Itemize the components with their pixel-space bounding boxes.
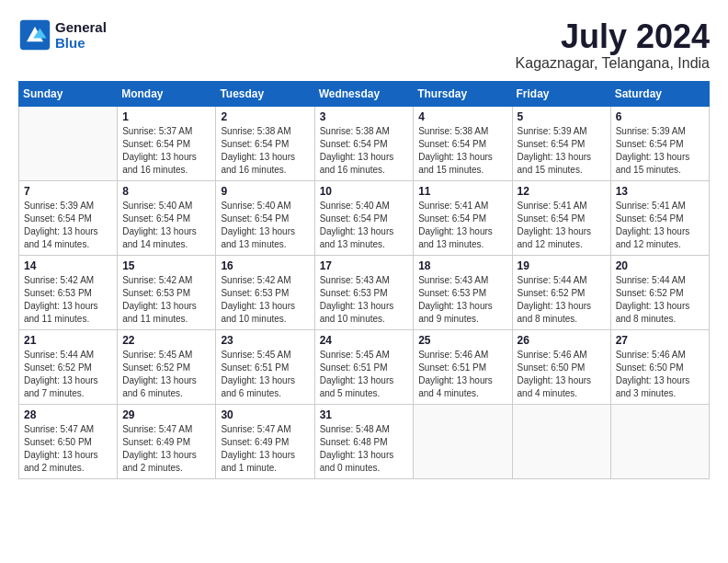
day-info: Sunrise: 5:43 AM Sunset: 6:53 PM Dayligh… [320, 274, 409, 326]
calendar-cell: 12 Sunrise: 5:41 AM Sunset: 6:54 PM Dayl… [512, 180, 610, 255]
header-sunday: Sunday [19, 81, 118, 106]
title-block: July 2024 Kagaznagar, Telangana, India [516, 18, 710, 72]
calendar-cell: 30 Sunrise: 5:47 AM Sunset: 6:49 PM Dayl… [216, 404, 314, 478]
calendar-cell: 1 Sunrise: 5:37 AM Sunset: 6:54 PM Dayli… [118, 106, 216, 180]
day-number: 24 [320, 334, 409, 347]
calendar-cell: 17 Sunrise: 5:43 AM Sunset: 6:53 PM Dayl… [314, 255, 414, 329]
day-number: 17 [320, 259, 409, 272]
calendar-cell: 22 Sunrise: 5:45 AM Sunset: 6:52 PM Dayl… [118, 329, 216, 404]
day-number: 31 [320, 408, 409, 421]
day-info: Sunrise: 5:45 AM Sunset: 6:51 PM Dayligh… [320, 349, 409, 400]
day-number: 19 [518, 259, 606, 272]
day-info: Sunrise: 5:45 AM Sunset: 6:52 PM Dayligh… [122, 349, 210, 400]
week-row-0: 1 Sunrise: 5:37 AM Sunset: 6:54 PM Dayli… [19, 106, 710, 180]
day-number: 5 [518, 110, 606, 123]
day-info: Sunrise: 5:38 AM Sunset: 6:54 PM Dayligh… [221, 125, 309, 177]
calendar-cell: 24 Sunrise: 5:45 AM Sunset: 6:51 PM Dayl… [314, 329, 414, 404]
header-monday: Monday [118, 81, 216, 106]
day-info: Sunrise: 5:42 AM Sunset: 6:53 PM Dayligh… [122, 274, 210, 326]
calendar-cell: 11 Sunrise: 5:41 AM Sunset: 6:54 PM Dayl… [414, 180, 512, 255]
day-info: Sunrise: 5:42 AM Sunset: 6:53 PM Dayligh… [221, 274, 309, 326]
day-number: 2 [221, 110, 309, 123]
day-number: 20 [616, 259, 704, 272]
day-number: 1 [122, 110, 210, 123]
day-info: Sunrise: 5:40 AM Sunset: 6:54 PM Dayligh… [221, 200, 309, 251]
day-number: 6 [616, 110, 704, 123]
day-info: Sunrise: 5:46 AM Sunset: 6:50 PM Dayligh… [518, 349, 606, 400]
day-info: Sunrise: 5:45 AM Sunset: 6:51 PM Dayligh… [221, 349, 309, 400]
day-info: Sunrise: 5:44 AM Sunset: 6:52 PM Dayligh… [518, 274, 606, 326]
calendar-cell [512, 404, 610, 478]
logo-icon [18, 18, 51, 52]
day-number: 13 [616, 185, 704, 198]
calendar-cell: 16 Sunrise: 5:42 AM Sunset: 6:53 PM Dayl… [216, 255, 314, 329]
day-info: Sunrise: 5:40 AM Sunset: 6:54 PM Dayligh… [320, 200, 409, 251]
week-row-3: 21 Sunrise: 5:44 AM Sunset: 6:52 PM Dayl… [19, 329, 710, 404]
calendar-cell: 18 Sunrise: 5:43 AM Sunset: 6:53 PM Dayl… [414, 255, 512, 329]
calendar-cell: 3 Sunrise: 5:38 AM Sunset: 6:54 PM Dayli… [314, 106, 414, 180]
calendar-cell [19, 106, 118, 180]
day-number: 10 [320, 185, 409, 198]
day-info: Sunrise: 5:39 AM Sunset: 6:54 PM Dayligh… [518, 125, 606, 177]
day-number: 28 [24, 408, 112, 421]
day-number: 4 [418, 110, 506, 123]
day-number: 25 [418, 334, 506, 347]
header-friday: Friday [512, 81, 610, 106]
calendar-cell: 14 Sunrise: 5:42 AM Sunset: 6:53 PM Dayl… [19, 255, 118, 329]
calendar-cell: 5 Sunrise: 5:39 AM Sunset: 6:54 PM Dayli… [512, 106, 610, 180]
day-info: Sunrise: 5:43 AM Sunset: 6:53 PM Dayligh… [418, 274, 506, 326]
day-info: Sunrise: 5:46 AM Sunset: 6:50 PM Dayligh… [616, 349, 704, 400]
calendar-cell [414, 404, 512, 478]
calendar-cell: 4 Sunrise: 5:38 AM Sunset: 6:54 PM Dayli… [414, 106, 512, 180]
calendar-cell [610, 404, 709, 478]
calendar-cell: 21 Sunrise: 5:44 AM Sunset: 6:52 PM Dayl… [19, 329, 118, 404]
location-title: Kagaznagar, Telangana, India [516, 55, 710, 72]
day-number: 3 [320, 110, 409, 123]
page-header: General Blue July 2024 Kagaznagar, Telan… [18, 18, 710, 72]
day-info: Sunrise: 5:39 AM Sunset: 6:54 PM Dayligh… [616, 125, 704, 177]
day-info: Sunrise: 5:42 AM Sunset: 6:53 PM Dayligh… [24, 274, 112, 326]
day-number: 11 [418, 185, 506, 198]
day-info: Sunrise: 5:46 AM Sunset: 6:51 PM Dayligh… [418, 349, 506, 400]
calendar-cell: 26 Sunrise: 5:46 AM Sunset: 6:50 PM Dayl… [512, 329, 610, 404]
day-info: Sunrise: 5:38 AM Sunset: 6:54 PM Dayligh… [418, 125, 506, 177]
day-number: 16 [221, 259, 309, 272]
day-info: Sunrise: 5:48 AM Sunset: 6:48 PM Dayligh… [320, 423, 409, 475]
day-number: 22 [122, 334, 210, 347]
day-number: 30 [221, 408, 309, 421]
day-info: Sunrise: 5:44 AM Sunset: 6:52 PM Dayligh… [616, 274, 704, 326]
day-info: Sunrise: 5:47 AM Sunset: 6:49 PM Dayligh… [122, 423, 210, 475]
header-wednesday: Wednesday [314, 81, 414, 106]
calendar-cell: 6 Sunrise: 5:39 AM Sunset: 6:54 PM Dayli… [610, 106, 709, 180]
header-saturday: Saturday [610, 81, 709, 106]
calendar-cell: 27 Sunrise: 5:46 AM Sunset: 6:50 PM Dayl… [610, 329, 709, 404]
calendar-cell: 31 Sunrise: 5:48 AM Sunset: 6:48 PM Dayl… [314, 404, 414, 478]
day-info: Sunrise: 5:44 AM Sunset: 6:52 PM Dayligh… [24, 349, 112, 400]
day-info: Sunrise: 5:41 AM Sunset: 6:54 PM Dayligh… [418, 200, 506, 251]
day-number: 14 [24, 259, 112, 272]
week-row-1: 7 Sunrise: 5:39 AM Sunset: 6:54 PM Dayli… [19, 180, 710, 255]
calendar-cell: 29 Sunrise: 5:47 AM Sunset: 6:49 PM Dayl… [118, 404, 216, 478]
calendar-cell: 20 Sunrise: 5:44 AM Sunset: 6:52 PM Dayl… [610, 255, 709, 329]
calendar-cell: 23 Sunrise: 5:45 AM Sunset: 6:51 PM Dayl… [216, 329, 314, 404]
day-number: 8 [122, 185, 210, 198]
header-tuesday: Tuesday [216, 81, 314, 106]
week-row-4: 28 Sunrise: 5:47 AM Sunset: 6:50 PM Dayl… [19, 404, 710, 478]
calendar-table: SundayMondayTuesdayWednesdayThursdayFrid… [18, 81, 710, 479]
calendar-cell: 10 Sunrise: 5:40 AM Sunset: 6:54 PM Dayl… [314, 180, 414, 255]
calendar-cell: 15 Sunrise: 5:42 AM Sunset: 6:53 PM Dayl… [118, 255, 216, 329]
day-info: Sunrise: 5:47 AM Sunset: 6:49 PM Dayligh… [221, 423, 309, 475]
logo-text: General Blue [55, 19, 107, 51]
day-number: 12 [518, 185, 606, 198]
day-info: Sunrise: 5:40 AM Sunset: 6:54 PM Dayligh… [122, 200, 210, 251]
calendar-cell: 8 Sunrise: 5:40 AM Sunset: 6:54 PM Dayli… [118, 180, 216, 255]
day-info: Sunrise: 5:41 AM Sunset: 6:54 PM Dayligh… [616, 200, 704, 251]
day-number: 15 [122, 259, 210, 272]
month-title: July 2024 [516, 18, 710, 55]
day-number: 26 [518, 334, 606, 347]
day-number: 29 [122, 408, 210, 421]
calendar-cell: 19 Sunrise: 5:44 AM Sunset: 6:52 PM Dayl… [512, 255, 610, 329]
week-row-2: 14 Sunrise: 5:42 AM Sunset: 6:53 PM Dayl… [19, 255, 710, 329]
day-info: Sunrise: 5:47 AM Sunset: 6:50 PM Dayligh… [24, 423, 112, 475]
calendar-cell: 25 Sunrise: 5:46 AM Sunset: 6:51 PM Dayl… [414, 329, 512, 404]
